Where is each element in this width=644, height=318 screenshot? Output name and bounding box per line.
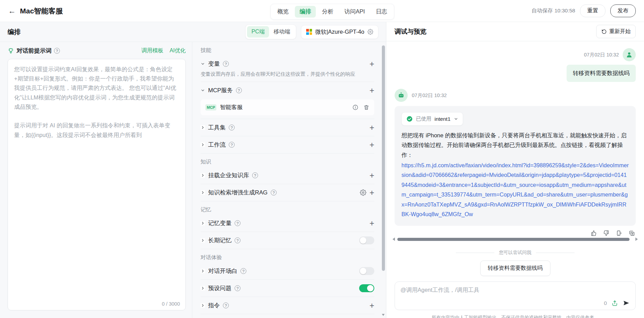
microsoft-logo-icon	[306, 29, 312, 35]
long-term-memory-toggle[interactable]	[359, 236, 374, 244]
ai-optimize-link[interactable]: AI优化	[170, 47, 186, 54]
reset-button[interactable]: 重置	[580, 4, 605, 17]
opening-help-icon[interactable]: ?	[240, 268, 246, 274]
prompt-char-counter: 0 / 3000	[162, 301, 180, 307]
restart-icon	[601, 29, 607, 34]
chat-horizontal-scrollbar[interactable]	[393, 236, 638, 242]
debug-panel: 调试与预览 重新开始 07月02日 10:32 转移资料需要数据线吗	[386, 22, 644, 318]
preset-help-icon[interactable]: ?	[235, 285, 240, 291]
row-rag[interactable]: 知识检索增强生成RAG ? +	[201, 184, 374, 201]
group-label-skills: 技能	[201, 47, 374, 54]
user-avatar	[623, 48, 636, 61]
mcp-help-icon[interactable]: ?	[236, 87, 242, 93]
bot-message-link[interactable]: https://h5.m.jd.com/active/faxian/video/…	[401, 160, 629, 219]
delete-trash-icon[interactable]	[363, 104, 369, 110]
device-pc-tab[interactable]: PC端	[247, 26, 269, 38]
add-workflow-button[interactable]: +	[369, 141, 374, 149]
longmem-help-icon[interactable]: ?	[235, 237, 240, 243]
info-icon[interactable]	[352, 104, 358, 110]
row-toolset[interactable]: 工具集 ? +	[201, 119, 374, 136]
rag-help-icon[interactable]: ?	[271, 190, 277, 195]
restart-button[interactable]: 重新开始	[596, 25, 636, 38]
kb-help-icon[interactable]: ?	[252, 172, 258, 178]
copy-icon[interactable]	[629, 230, 635, 236]
publish-button[interactable]: 发布	[610, 4, 636, 17]
add-variable-button[interactable]: +	[369, 60, 374, 68]
tab-overview[interactable]: 概览	[272, 6, 293, 18]
add-kb-button[interactable]: +	[369, 171, 374, 180]
intent-used-chip[interactable]: 已使用 intent1	[401, 112, 463, 126]
tab-access-api[interactable]: 访问API	[340, 6, 370, 18]
thumbs-up-icon[interactable]	[590, 230, 597, 236]
prompt-help-icon[interactable]: ?	[54, 48, 60, 54]
row-opening-remarks[interactable]: 对话开场白 ?	[201, 263, 374, 279]
skills-scrollbar[interactable]	[382, 45, 385, 317]
chevron-right-icon	[201, 286, 205, 290]
page-title: Mac智能客服	[20, 6, 63, 16]
mcp-service-name: 智能客服	[220, 104, 243, 111]
row-workflow[interactable]: 工作流 ? +	[201, 136, 374, 153]
row-preset-questions[interactable]: 预设问题 ?	[201, 280, 374, 297]
preset-questions-toggle[interactable]	[359, 284, 374, 292]
robot-icon	[397, 92, 405, 99]
thumbs-down-icon[interactable]	[603, 230, 610, 236]
row-long-term-memory[interactable]: 长期记忆 ?	[201, 232, 374, 249]
row-knowledge-base[interactable]: 挂载企业知识库 ? +	[201, 167, 374, 184]
read-aloud-icon[interactable]	[616, 230, 622, 236]
add-mcp-button[interactable]: +	[369, 86, 374, 95]
mcp-service-item[interactable]: MCP 智能客服	[201, 99, 374, 115]
device-mobile-tab[interactable]: 移动端	[269, 26, 294, 38]
send-icon[interactable]	[623, 299, 630, 307]
chat-input-container: 0	[395, 282, 636, 310]
use-template-link[interactable]: 调用模板	[141, 47, 163, 54]
tab-logs[interactable]: 日志	[371, 6, 392, 18]
chat-input[interactable]	[400, 286, 630, 299]
row-title: 记忆变量	[208, 219, 232, 227]
chevron-right-icon	[201, 269, 205, 273]
upload-icon[interactable]	[611, 300, 618, 307]
row-title: 对话开场白	[208, 267, 237, 275]
group-label-experience: 对话体验	[201, 254, 374, 261]
scrollbar-thumb[interactable]	[382, 45, 385, 271]
toolset-help-icon[interactable]: ?	[229, 125, 235, 130]
add-memvar-button[interactable]: +	[369, 219, 374, 227]
chevron-right-icon	[201, 142, 205, 147]
scroll-left-arrow[interactable]	[393, 237, 395, 241]
row-mcp-service[interactable]: MCP服务 ? +	[201, 82, 374, 99]
chevron-right-icon	[201, 173, 205, 178]
row-title: 挂载企业知识库	[208, 171, 249, 179]
scrollbar-down-arrow[interactable]	[382, 314, 385, 316]
back-arrow-icon[interactable]: ←	[8, 7, 16, 15]
model-selector[interactable]: 微软|Azure-GPT-4o	[301, 25, 378, 39]
row-instructions[interactable]: 指令 ? +	[201, 297, 374, 314]
add-tool-button[interactable]: +	[369, 124, 374, 132]
suggested-question-button[interactable]: 转移资料需要数据线吗	[480, 261, 550, 276]
rag-settings-gear-icon[interactable]	[360, 189, 366, 196]
scroll-right-arrow[interactable]	[635, 237, 638, 241]
instruction-help-icon[interactable]: ?	[223, 303, 229, 308]
variables-description: 变量设置内存后，应用会在聊天时记住这些设置，并提供个性化的响应	[201, 71, 374, 77]
workflow-help-icon[interactable]: ?	[229, 142, 235, 148]
tab-analysis[interactable]: 分析	[317, 6, 338, 18]
person-icon	[625, 51, 633, 59]
intent-used-label: 已使用	[416, 116, 431, 122]
memvar-help-icon[interactable]: ?	[235, 220, 240, 226]
chevron-right-icon	[201, 303, 205, 308]
tab-orchestrate[interactable]: 编排	[295, 6, 316, 18]
add-rag-button[interactable]: +	[369, 189, 374, 197]
row-variables[interactable]: 变量 ? +	[201, 55, 374, 72]
add-instruction-button[interactable]: +	[369, 301, 374, 310]
scrollbar-thumb[interactable]	[397, 238, 630, 241]
row-multiturn-enhance[interactable]: 多轮会话增强 ?	[201, 314, 374, 318]
variables-help-icon[interactable]: ?	[223, 61, 229, 67]
lightbulb-icon	[8, 47, 14, 54]
divider	[201, 201, 374, 201]
bot-message-bubble: 已使用 intent1 想把现有 iPhone 的数据传输到新设备，只要将两台手…	[395, 106, 636, 226]
chevron-right-icon	[201, 125, 205, 130]
chat-area: 07月02日 10:32 转移资料需要数据线吗 07月02日 10:32 已使	[386, 41, 644, 236]
message-actions	[395, 230, 636, 236]
opening-remarks-toggle[interactable]	[359, 267, 374, 275]
row-memory-variables[interactable]: 记忆变量 ? +	[201, 215, 374, 232]
model-settings-gear-icon[interactable]	[367, 29, 373, 35]
prompt-textarea[interactable]	[8, 59, 185, 310]
